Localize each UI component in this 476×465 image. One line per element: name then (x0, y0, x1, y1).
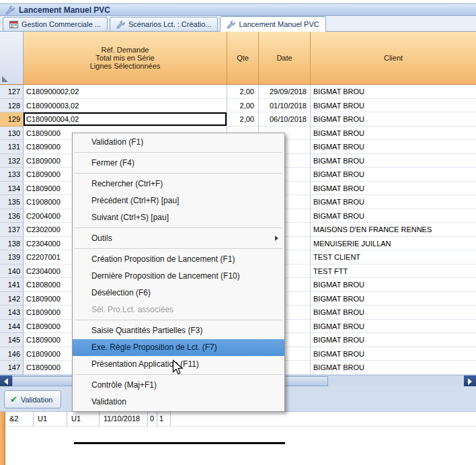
tab[interactable]: Gestion Commerciale ... (3, 17, 108, 31)
col-header-ref[interactable]: Réf. Demande Total mis en Série Lignes S… (24, 32, 227, 84)
cell-qte[interactable]: 2,00 (227, 112, 259, 127)
corner-select-cell[interactable] (0, 32, 24, 84)
row-number[interactable]: 143 (0, 306, 24, 320)
row-number[interactable]: 145 (0, 333, 24, 347)
row-number[interactable]: 136 (0, 209, 24, 223)
menu-item[interactable]: Création Proposition de Lancement (F1) (73, 251, 284, 268)
row-number[interactable]: 130 (0, 127, 24, 141)
row-number[interactable]: 142 (0, 292, 24, 306)
menu-item[interactable]: Outils (73, 230, 284, 247)
cell-qte[interactable]: 2,00 (227, 99, 259, 113)
cell-client[interactable]: BIGMAT BROU (311, 85, 476, 99)
col-header-ref-line3: Lignes Sélectionnées (90, 62, 161, 70)
cell-col2[interactable]: U1 (34, 412, 67, 427)
cell-client[interactable]: MAISONS D'EN FRANCE RENNES (311, 223, 476, 237)
cell-client[interactable]: BIGMAT BROU (311, 195, 476, 209)
menu-item[interactable]: Validation (F1) (73, 134, 284, 151)
menu-item[interactable]: Rechercher (Ctrl+F) (73, 176, 284, 192)
menu-item-label: Saisie Quantités Partielles (F3) (91, 326, 202, 335)
cell-client[interactable]: TEST FTT (311, 264, 476, 279)
cell-qte[interactable]: 2,00 (227, 85, 259, 99)
cell-client[interactable]: BIGMAT BROU (311, 140, 476, 154)
menu-item[interactable]: Suivant (Ctrl+S) [pau] (73, 209, 284, 226)
check-icon: ✔ (10, 395, 17, 404)
cell-client[interactable]: BIGMAT BROU (311, 154, 476, 168)
menu-item[interactable]: Désélection (F6) (73, 285, 284, 301)
table-row[interactable]: 127 C180900002,02 2,00 29/09/2018 BIGMAT… (0, 85, 476, 99)
cell-client[interactable]: BIGMAT BROU (311, 182, 476, 196)
cell-col6[interactable]: 1 (157, 412, 171, 427)
cell-client[interactable]: BIGMAT BROU (311, 347, 476, 361)
menu-item[interactable]: Exe. Règle Proposition de Lct. (F7) (73, 339, 284, 356)
wrench-icon (5, 5, 15, 15)
row-number[interactable]: 139 (0, 250, 24, 264)
cell-date[interactable]: 06/10/2018 (259, 112, 311, 127)
cell-ref[interactable]: C180900004,02 (24, 112, 227, 127)
row-number[interactable]: 140 (0, 264, 24, 279)
cell-rest (171, 412, 476, 427)
cell-client[interactable]: BIGMAT BROU (311, 112, 476, 127)
row-number[interactable]: 129 (0, 112, 24, 127)
menu-item[interactable]: Précédent (Ctrl+R) [pau] (73, 192, 284, 209)
row-number[interactable]: 127 (0, 85, 24, 99)
menu-item[interactable]: Sél. Pro.Lct. associées (73, 301, 284, 318)
row-number[interactable]: 146 (0, 347, 24, 361)
row-number[interactable]: 147 (0, 361, 24, 375)
cell-client[interactable]: BIGMAT BROU (311, 306, 476, 320)
tab-label: Scénarios Lct. : Créatio... (128, 20, 212, 28)
cell-client[interactable]: BIGMAT BROU (311, 99, 476, 113)
tab[interactable]: Lancement Manuel PVC (220, 16, 325, 32)
row-selector-strip[interactable] (0, 412, 5, 465)
menu-item-label: Rechercher (Ctrl+F) (91, 179, 163, 188)
cell-client[interactable]: TEST CLIENT (311, 250, 476, 264)
cell-client[interactable]: BIGMAT BROU (311, 168, 476, 182)
menu-item[interactable]: Contrôle (Maj+F1) (73, 377, 284, 394)
cell-col5[interactable]: 0 (148, 412, 157, 427)
row-number[interactable]: 133 (0, 168, 24, 182)
table-row[interactable]: 129 C180900004,02 2,00 06/10/2018 BIGMAT… (0, 112, 476, 127)
validation-button[interactable]: ✔ Validation (4, 390, 61, 408)
select-all-triangle-icon (2, 76, 8, 82)
col-header-qte[interactable]: Qte (227, 32, 259, 84)
row-number[interactable]: 131 (0, 140, 24, 154)
cell-date[interactable]: 29/09/2018 (259, 85, 311, 99)
cell-client[interactable]: BIGMAT BROU (311, 209, 476, 223)
row-number[interactable]: 132 (0, 154, 24, 168)
cell-client[interactable]: BIGMAT BROU (311, 292, 476, 306)
table-row[interactable]: 128 C180900003,02 2,00 01/10/2018 BIGMAT… (0, 99, 476, 113)
cell-client[interactable]: BIGMAT BROU (311, 361, 476, 375)
tab[interactable]: Scénarios Lct. : Créatio... (110, 17, 219, 31)
row-number[interactable]: 138 (0, 237, 24, 251)
cell-date[interactable]: 11/10/2018 (100, 412, 148, 427)
cell-col3[interactable]: U1 (67, 412, 100, 427)
row-number[interactable]: 128 (0, 99, 24, 113)
scroll-right-button[interactable] (464, 375, 476, 387)
cell-client[interactable]: BIGMAT BROU (311, 320, 476, 334)
tab-label: Gestion Commerciale ... (22, 20, 101, 28)
cell-ref[interactable]: C180900002,02 (24, 85, 227, 99)
cell-client[interactable]: BIGMAT BROU (311, 278, 476, 292)
row-number[interactable]: 135 (0, 195, 24, 209)
menu-item[interactable]: Saisie Quantités Partielles (F3) (73, 322, 284, 339)
menu-item[interactable]: Fermer (F4) (73, 155, 284, 172)
cell-client[interactable]: BIGMAT BROU (311, 127, 476, 141)
row-number[interactable]: 137 (0, 223, 24, 237)
col-header-client[interactable]: Client (311, 32, 476, 84)
menu-item[interactable]: Dernière Proposition de Lancement (F10) (73, 268, 284, 285)
bottom-grid-row[interactable]: &2 U1 U1 11/10/2018 0 1 (5, 412, 476, 427)
menu-item-label: Création Proposition de Lancement (F1) (91, 254, 235, 264)
menu-item-label: Contrôle (Maj+F1) (91, 380, 157, 390)
menu-item[interactable]: Validation (73, 394, 284, 410)
cell-ref[interactable]: C180900003,02 (24, 99, 227, 113)
tab-bar: Gestion Commerciale ... (0, 17, 476, 32)
cell-client[interactable]: MENUISERIE JUILLAN (311, 237, 476, 251)
cell-plct[interactable]: &2 (5, 412, 34, 427)
cell-client[interactable]: BIGMAT BROU (311, 333, 476, 347)
row-number[interactable]: 134 (0, 182, 24, 196)
row-number[interactable]: 144 (0, 320, 24, 334)
cell-date[interactable]: 01/10/2018 (259, 99, 311, 113)
scroll-left-button[interactable] (0, 375, 12, 387)
col-header-date[interactable]: Date (259, 32, 311, 84)
row-number[interactable]: 141 (0, 278, 24, 292)
menu-item[interactable]: Présentation Application (F11) (73, 356, 284, 373)
